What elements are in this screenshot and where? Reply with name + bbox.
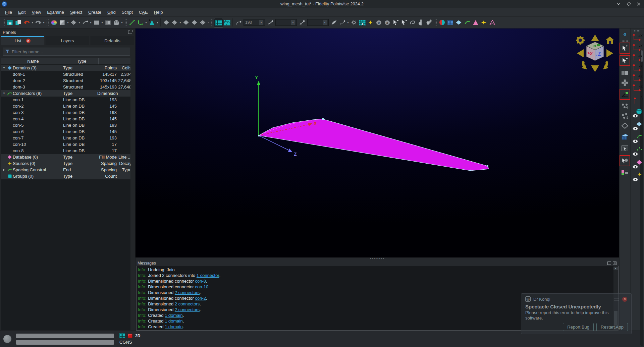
home-view-icon[interactable] [605, 37, 614, 44]
close-tab-icon[interactable]: ✕ [26, 39, 31, 43]
cube-icon[interactable] [58, 18, 66, 27]
distribute-combobox[interactable]: ▾ [275, 19, 297, 26]
color-list-icon[interactable] [620, 168, 630, 177]
mask-icon[interactable] [112, 18, 120, 27]
tree-row-con-4[interactable]: con-4Line on DB145 [1, 116, 130, 122]
message-link[interactable]: 2 connectors [175, 301, 200, 306]
menu-edit[interactable]: Edit [15, 9, 29, 16]
toolbar-grip[interactable] [622, 40, 628, 42]
cursor-settings-icon[interactable] [620, 156, 630, 166]
tree-row-sources[interactable]: Sources (0)TypeSpacingDecay [1, 160, 130, 167]
tree-row-con-2[interactable]: con-2Line on DB145 [1, 103, 130, 109]
unstructured-domain-icon[interactable] [223, 18, 231, 27]
show-sources-icon[interactable] [633, 172, 642, 182]
tab-defaults[interactable]: Defaults [91, 36, 134, 45]
close-icon[interactable] [637, 2, 641, 6]
redo-dropdown-icon[interactable]: ▾ [42, 21, 45, 24]
view-plus-z-button[interactable]: +Z [632, 74, 643, 83]
face-icon[interactable] [454, 18, 463, 27]
menu-file[interactable]: File [2, 9, 15, 16]
rotate-down-icon[interactable] [591, 65, 599, 72]
tree-row-domains[interactable]: ▼Domains (3)TypePointsCells [1, 65, 130, 71]
show-domains-icon[interactable] [633, 121, 642, 131]
edit-dropdown-icon[interactable]: ▾ [346, 21, 350, 24]
undo-icon[interactable] [22, 18, 31, 27]
toolbar-grip[interactable] [434, 19, 437, 26]
project-up-icon[interactable] [620, 101, 630, 111]
notification-popup[interactable]: ☹ Dr Konqi ✕ Spectacle Closed Unexpected… [521, 293, 632, 334]
tree-row-spacing-constraints[interactable]: ▶Spacing Constrai...EndSpacingType [1, 167, 130, 173]
tab-layers[interactable]: Layers [46, 36, 89, 45]
titlebar[interactable]: wing_mesh_tut* - Fidelity Pointwise 2024… [0, 0, 644, 8]
message-link[interactable]: 1 domain [165, 313, 182, 318]
mask-2d3d-icon[interactable] [438, 18, 446, 27]
tree-row-dom-1[interactable]: dom-1Structured145x172,304 [1, 71, 130, 77]
message-link[interactable]: 1 domain [165, 319, 182, 324]
show-connectors-icon[interactable] [633, 134, 642, 143]
menu-view[interactable]: View [29, 9, 44, 16]
orient-feather-icon[interactable] [330, 18, 338, 27]
maximize-icon[interactable] [627, 2, 631, 6]
plane-icon[interactable] [92, 18, 101, 27]
surface-join-icon[interactable] [162, 18, 170, 27]
assemble-dropdown-icon[interactable]: ▾ [179, 21, 182, 24]
expand-caret-icon[interactable]: ▶ [1, 168, 7, 171]
surface-dropdown-icon[interactable]: ▾ [78, 21, 81, 24]
project-down-icon[interactable] [620, 111, 630, 121]
dimension-connector-icon[interactable] [234, 18, 243, 27]
message-link[interactable]: con-2 [195, 296, 206, 301]
view-plus-x-button[interactable]: +X [632, 34, 643, 43]
collapse-panel-icon[interactable]: « [620, 29, 630, 39]
redo-icon[interactable] [34, 18, 42, 27]
create-wand-icon[interactable] [366, 18, 375, 27]
domain-face-2-icon[interactable] [190, 18, 199, 27]
surface-assemble-icon[interactable] [170, 18, 179, 27]
spacing-combobox[interactable]: ▾ [307, 19, 329, 26]
label-a-2-icon[interactable]: a [383, 18, 391, 27]
toolbar-grip[interactable] [46, 19, 49, 26]
zoom-in-select-icon[interactable] [620, 43, 630, 53]
domain-face-1-icon[interactable] [182, 18, 190, 27]
combo-dropdown-icon[interactable]: ▾ [259, 20, 263, 25]
select-grid-icon[interactable] [358, 18, 366, 27]
tree-row-con-10[interactable]: con-10Line on DB17 [1, 141, 130, 148]
view-settings-gear-icon[interactable] [576, 36, 585, 45]
message-link[interactable]: 2 connectors [175, 307, 200, 312]
collapse-caret-icon[interactable]: ▼ [1, 92, 7, 95]
screen-select-icon[interactable] [620, 143, 630, 153]
undo-dropdown-icon[interactable]: ▾ [31, 21, 34, 24]
toolbar-grip[interactable] [634, 30, 641, 32]
two-point-line-icon[interactable] [128, 18, 136, 27]
distribute-connector-icon[interactable] [266, 18, 274, 27]
toolbar-grip[interactable] [2, 19, 5, 26]
tree-row-con-5[interactable]: con-5Line on DB193 [1, 122, 130, 128]
shape-outline-icon[interactable] [488, 18, 496, 27]
vertex-marker[interactable] [487, 165, 488, 167]
menu-help[interactable]: Help [151, 9, 166, 16]
cube-dropdown-icon[interactable]: ▾ [66, 21, 69, 24]
vertex-marker[interactable] [322, 118, 324, 120]
view-minus-x-button[interactable]: -X [632, 44, 643, 53]
measure-ruler-icon[interactable] [417, 18, 425, 27]
wing-domain[interactable] [259, 119, 489, 171]
vertex-marker[interactable] [470, 170, 471, 171]
diamond-select-icon[interactable] [620, 121, 630, 130]
select-add-icon[interactable] [391, 18, 400, 27]
rotate-up-icon[interactable] [591, 35, 599, 41]
connector-edit-icon[interactable] [338, 18, 346, 27]
surface-mesh-icon[interactable] [69, 18, 78, 27]
probe-cone-icon[interactable] [148, 18, 156, 27]
tree-row-database[interactable]: Database (0)TypeFill ModeLine ... [1, 154, 130, 160]
show-database-icon[interactable] [633, 160, 642, 169]
toolbar-grip[interactable] [211, 19, 213, 26]
tree-header[interactable]: Name Type [1, 58, 130, 65]
view-cube[interactable]: +X -Z [586, 42, 604, 61]
split-view-icon[interactable] [620, 68, 630, 78]
tree-row-con-6[interactable]: con-6Line on DB145 [1, 128, 130, 135]
message-link[interactable]: 2 connectors [175, 290, 200, 295]
new-file-icon[interactable] [14, 18, 22, 27]
menu-cae[interactable]: CAE [136, 9, 151, 16]
tree-row-con-3[interactable]: con-3Line on DB193 [1, 109, 130, 116]
layer-stack-icon[interactable] [620, 132, 630, 141]
tree-row-dom-3[interactable]: dom-3Structured145x19327,648 [1, 84, 130, 90]
